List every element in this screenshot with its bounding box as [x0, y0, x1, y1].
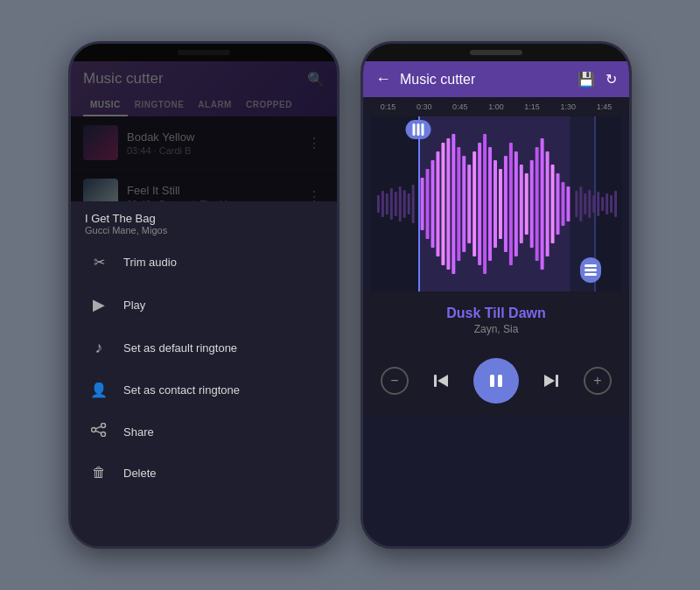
svg-rect-32	[504, 156, 508, 252]
svg-rect-28	[483, 134, 486, 274]
svg-rect-50	[597, 192, 599, 216]
now-playing-info: Dusk Till Dawn Zayn, Sia	[363, 291, 629, 349]
svg-rect-13	[403, 190, 406, 218]
svg-line-4	[95, 431, 102, 433]
svg-rect-19	[436, 151, 439, 256]
svg-rect-35	[520, 165, 523, 243]
timeline: 0:15 0:30 0:45 1:00 1:15 1:30 1:45	[363, 97, 629, 116]
minus-button[interactable]: −	[381, 367, 409, 395]
svg-rect-27	[478, 143, 481, 265]
skip-forward-button[interactable]	[536, 365, 567, 397]
svg-point-2	[92, 428, 96, 432]
context-item-play[interactable]: ▶ Play	[71, 283, 337, 327]
play-pause-button[interactable]	[473, 358, 519, 404]
delete-label: Delete	[123, 467, 157, 480]
share-label: Share	[123, 425, 154, 439]
svg-rect-17	[426, 169, 430, 239]
svg-rect-9	[386, 193, 388, 214]
svg-rect-26	[472, 151, 476, 256]
svg-rect-54	[614, 191, 617, 217]
skip-back-button[interactable]	[425, 365, 457, 397]
refresh-icon[interactable]: ↻	[606, 71, 617, 88]
svg-rect-29	[488, 147, 492, 261]
svg-rect-30	[494, 160, 497, 248]
left-handle[interactable]	[406, 120, 431, 139]
svg-rect-37	[530, 160, 534, 248]
context-item-contact-ringtone[interactable]: 👤 Set as contact ringtone	[71, 369, 337, 411]
default-ringtone-label: Set as default ringtone	[123, 341, 237, 355]
save-icon[interactable]: 💾	[578, 71, 595, 88]
svg-rect-10	[390, 188, 393, 220]
context-menu-header: I Get The Bag Gucci Mane, Migos	[71, 201, 337, 247]
contact-ringtone-label: Set as contact ringtone	[123, 383, 240, 397]
context-song-meta: Gucci Mane, Migos	[85, 225, 323, 235]
svg-rect-33	[509, 143, 513, 265]
timeline-5: 1:30	[561, 102, 577, 111]
svg-rect-52	[606, 193, 608, 214]
svg-rect-18	[431, 160, 435, 248]
context-item-trim[interactable]: ✂ Trim audio	[71, 242, 337, 283]
context-item-default-ringtone[interactable]: ♪ Set as default ringtone	[71, 327, 337, 369]
svg-rect-22	[452, 134, 455, 274]
svg-rect-31	[499, 169, 502, 239]
share-icon	[87, 423, 111, 440]
svg-rect-38	[536, 147, 539, 261]
svg-rect-59	[556, 375, 558, 387]
context-song-name: I Get The Bag	[85, 212, 323, 225]
svg-marker-60	[544, 375, 555, 387]
svg-marker-56	[438, 375, 448, 387]
svg-rect-12	[399, 186, 402, 221]
svg-rect-16	[421, 178, 424, 230]
svg-rect-55	[434, 375, 437, 387]
svg-rect-36	[525, 173, 528, 235]
svg-line-3	[95, 426, 102, 429]
plus-button[interactable]: +	[584, 367, 612, 395]
waveform-area[interactable]	[370, 116, 622, 291]
svg-rect-23	[457, 147, 460, 261]
context-menu: ✂ Trim audio ▶ Play ♪ Set as default rin…	[71, 242, 337, 546]
svg-rect-45	[575, 191, 578, 217]
svg-rect-46	[579, 186, 582, 221]
minus-icon: −	[390, 373, 398, 389]
svg-rect-14	[408, 193, 410, 214]
header-icons: 💾 ↻	[578, 71, 617, 88]
playing-artist: Zayn, Sia	[377, 323, 615, 335]
svg-rect-58	[498, 375, 502, 387]
playing-title: Dusk Till Dawn	[377, 306, 615, 321]
phone-top-right	[363, 44, 629, 61]
right-screen: ← Music cutter 💾 ↻ 0:15 0:30 0:45 1:00 1…	[363, 61, 629, 549]
svg-rect-20	[441, 143, 444, 265]
scissors-icon: ✂	[87, 254, 111, 270]
trim-label: Trim audio	[123, 256, 177, 269]
right-handle[interactable]	[580, 257, 601, 283]
plus-icon: +	[593, 373, 601, 389]
svg-rect-25	[467, 165, 471, 243]
context-item-share[interactable]: Share	[71, 411, 337, 453]
ringtone-icon: ♪	[87, 339, 111, 357]
timeline-3: 1:00	[488, 102, 504, 111]
left-phone: Music cutter 🔍 MUSIC RINGTONE ALARM CROP…	[68, 41, 340, 549]
right-phone: ← Music cutter 💾 ↻ 0:15 0:30 0:45 1:00 1…	[360, 41, 632, 549]
delete-icon: 🗑	[87, 465, 111, 481]
svg-rect-44	[566, 186, 570, 221]
speaker-right	[470, 50, 522, 55]
svg-rect-15	[412, 185, 415, 223]
timeline-0: 0:15	[381, 102, 396, 111]
play-icon: ▶	[87, 295, 111, 314]
contact-icon: 👤	[87, 382, 111, 398]
timeline-4: 1:15	[524, 102, 540, 111]
context-item-delete[interactable]: 🗑 Delete	[71, 453, 337, 493]
svg-rect-51	[601, 197, 604, 211]
svg-rect-41	[551, 165, 555, 243]
svg-rect-39	[541, 138, 544, 270]
svg-rect-11	[395, 192, 397, 216]
svg-rect-34	[514, 151, 518, 256]
svg-rect-47	[584, 193, 586, 214]
back-arrow-icon[interactable]: ←	[375, 70, 391, 88]
svg-rect-42	[556, 173, 560, 235]
play-label: Play	[123, 299, 145, 312]
svg-rect-48	[588, 190, 591, 218]
right-header: ← Music cutter 💾 ↻	[363, 61, 629, 97]
svg-rect-7	[377, 195, 380, 213]
svg-rect-53	[610, 195, 612, 213]
